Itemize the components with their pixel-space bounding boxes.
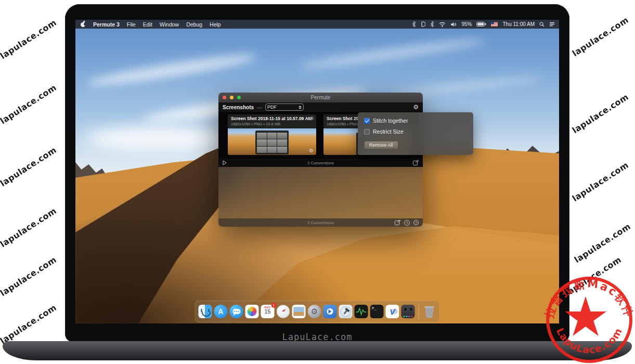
dock-icon-activity-monitor[interactable] <box>355 305 368 318</box>
watermark-text: lapulace.com <box>0 144 60 189</box>
window-status-bar: 2 Conversions ? <box>218 218 423 227</box>
footer-count-label: 2 Conversions <box>218 220 423 225</box>
menu-clock[interactable]: Thu 11:00 AM <box>502 21 535 27</box>
preset-label: Screenshots <box>223 105 254 110</box>
app-store-letter: A <box>218 307 223 316</box>
start-conversion-button[interactable] <box>223 160 227 165</box>
menu-debug[interactable]: Debug <box>186 21 202 28</box>
menu-file[interactable]: File <box>127 21 136 28</box>
queue-bar: 2 Conversions <box>218 159 423 167</box>
stitch-together-label: Stitch together <box>373 118 408 124</box>
watermark-text: lapulace.com <box>0 81 60 126</box>
dock-icon-terminal[interactable]: >_ <box>370 305 384 318</box>
file-title: Screen Shot 2018-11-15 at 10.57.09 AM <box>228 114 316 121</box>
dock-icon-permute[interactable]: V <box>386 305 399 318</box>
dock: A NOV 15 1 ⚙ >_ V <box>195 301 440 322</box>
remove-all-button[interactable]: Remove All <box>364 141 398 149</box>
screen: Permute 3 File Edit Window Debug Help <box>75 20 559 323</box>
window-titlebar[interactable]: Permute <box>218 93 423 102</box>
dock-icon-finder[interactable] <box>199 305 212 318</box>
svg-text:LapuLace.com: LapuLace.com <box>554 326 624 355</box>
help-icon[interactable]: ? <box>413 220 419 225</box>
stamp-site-text: LapuLace.com <box>554 326 624 355</box>
dock-icon-calendar[interactable]: NOV 15 1 <box>261 305 275 318</box>
dock-icon-photos[interactable] <box>245 305 259 318</box>
notification-center-icon[interactable] <box>549 22 555 27</box>
export-format-icon[interactable] <box>413 160 419 165</box>
permute-letter: V <box>390 307 395 316</box>
battery-percent: 95% <box>461 21 472 27</box>
watermark-text: lapulace.com <box>0 204 60 250</box>
dock-icon-audio-device[interactable] <box>401 305 415 318</box>
dock-icon-app-store[interactable]: A <box>214 305 228 318</box>
file-gear-button[interactable]: ⚙ <box>309 148 314 153</box>
watermark-text: lapulace.com <box>573 220 634 265</box>
watermark-text: lapulace.com <box>571 90 632 136</box>
watermark-text: lapulace.com <box>571 14 632 59</box>
calendar-day: 15 <box>261 309 275 315</box>
d-app-status-icon[interactable] <box>421 21 425 27</box>
dock-icon-xcode[interactable] <box>339 305 353 318</box>
options-popover: Stitch together Restrict Size Remove All <box>358 112 473 155</box>
bluetooth-icon[interactable] <box>430 21 434 27</box>
dock-icon-messages[interactable] <box>230 305 243 318</box>
watermark-text: lapulace.com <box>571 159 632 204</box>
dock-separator <box>419 304 419 319</box>
gear-icon: ⚙ <box>311 307 318 316</box>
watermark-text: lapulace.com <box>0 301 60 346</box>
apple-menu-icon[interactable] <box>81 21 86 27</box>
window-toolbar: Screenshots — PDF ⚙ <box>218 102 423 112</box>
menu-bar: Permute 3 File Edit Window Debug Help <box>75 20 559 29</box>
dock-icon-safari[interactable] <box>277 305 290 318</box>
terminal-prompt: >_ <box>372 306 377 310</box>
search-icon[interactable] <box>539 22 545 27</box>
remove-file-icon[interactable] <box>309 116 314 121</box>
stepper-arrows-icon <box>299 106 302 109</box>
bluetooth-icon[interactable] <box>412 21 416 27</box>
file-card[interactable]: Screen Shot 2018-11-15 at 10.57.09 AM 16… <box>228 114 316 155</box>
queue-count-label: 2 Conversions <box>218 161 423 165</box>
battery-icon[interactable] <box>476 22 486 27</box>
watermark-stamp: 拉普拉斯Mac软件 LapuLace.com <box>544 275 634 364</box>
history-clock-icon[interactable] <box>404 220 410 226</box>
macbook-frame: Permute 3 File Edit Window Debug Help <box>65 4 569 342</box>
bezel-brand-text: LapuLace.com <box>65 332 569 342</box>
dock-icon-trash[interactable] <box>423 305 436 318</box>
watermark-text: lapulace.com <box>0 16 60 61</box>
file-thumbnail <box>228 128 316 155</box>
watermark-text: lapulace.com <box>0 253 60 298</box>
window-drop-area <box>218 167 423 218</box>
dock-icon-preview[interactable] <box>292 305 306 318</box>
export-format-icon[interactable] <box>395 220 400 225</box>
us-flag-icon[interactable] <box>491 22 498 27</box>
menu-edit[interactable]: Edit <box>143 21 152 28</box>
stitch-together-checkbox[interactable] <box>364 118 370 124</box>
menu-help[interactable]: Help <box>210 21 221 28</box>
volume-icon[interactable] <box>450 22 457 27</box>
page: lapulace.com lapulace.com lapulace.com l… <box>0 0 635 364</box>
thumbnail-window <box>255 131 289 154</box>
file-meta: 1680x1050 • PNG • 10.8 MB <box>228 121 316 126</box>
format-select[interactable]: PDF <box>265 103 304 111</box>
restrict-size-checkbox[interactable] <box>364 129 370 135</box>
restrict-size-label: Restrict Size <box>373 128 404 135</box>
calendar-badge: 1 <box>271 303 277 308</box>
dock-icon-quicktime-player[interactable] <box>323 305 337 318</box>
cloud <box>86 126 231 150</box>
dash-separator: — <box>257 105 262 110</box>
window-title: Permute <box>218 95 423 100</box>
stamp-star <box>565 296 606 336</box>
menu-window[interactable]: Window <box>160 21 179 28</box>
menu-app-name[interactable]: Permute 3 <box>93 21 120 28</box>
laptop-base <box>3 341 632 360</box>
settings-gear-button[interactable]: ⚙ <box>413 104 419 110</box>
format-value: PDF <box>267 105 277 110</box>
dock-icon-system-preferences[interactable]: ⚙ <box>308 305 321 318</box>
wifi-icon[interactable] <box>439 22 446 27</box>
